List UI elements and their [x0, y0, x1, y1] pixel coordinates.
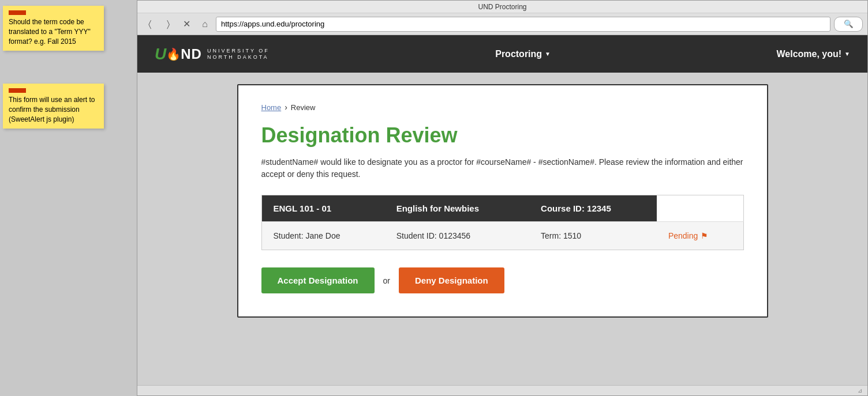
- resize-handle: ⊿: [858, 387, 865, 394]
- logo-subtitle: UNIVERSITY OFNORTH DAKOTA: [207, 48, 270, 61]
- sticky-note-1-text: Should the term code be translated to a …: [9, 18, 91, 46]
- term-cell: Term: 1510: [529, 222, 657, 250]
- breadcrumb-separator: ›: [285, 103, 287, 112]
- close-button[interactable]: ✕: [179, 17, 194, 32]
- breadcrumb-home-link[interactable]: Home: [261, 103, 282, 112]
- proctoring-nav-item[interactable]: Proctoring ▼: [495, 49, 551, 59]
- status-badge: Pending ⚑: [668, 231, 732, 240]
- proctoring-nav-label: Proctoring: [495, 49, 542, 59]
- action-row: Accept Designation or Deny Designation: [261, 267, 744, 293]
- address-bar[interactable]: [216, 17, 830, 32]
- status-cell: Pending ⚑: [657, 222, 743, 250]
- browser-title: UND Proctoring: [478, 3, 526, 11]
- course-header-row: ENGL 101 - 01 English for Newbies Course…: [261, 195, 743, 222]
- browser-statusbar: ⊿: [137, 385, 867, 395]
- sticky-note-2: This form will use an alert to confirm t…: [3, 84, 104, 129]
- content-card: Home › Review Designation Review #studen…: [237, 84, 768, 318]
- flag-icon: ⚑: [701, 231, 708, 240]
- course-table: ENGL 101 - 01 English for Newbies Course…: [261, 195, 744, 250]
- page-title: Designation Review: [261, 123, 744, 148]
- browser-toolbar: 〈 〉 ✕ ⌂ 🔍: [137, 13, 867, 35]
- welcome-label: Welcome, you!: [776, 49, 841, 59]
- or-label: or: [383, 276, 390, 285]
- student-id-cell: Student ID: 0123456: [385, 222, 529, 250]
- course-code-header: ENGL 101 - 01: [261, 195, 385, 222]
- breadcrumb-current: Review: [291, 103, 316, 112]
- browser-content: U 🔥 ND UNIVERSITY OFNORTH DAKOTA Proctor…: [137, 35, 867, 385]
- und-header: U 🔥 ND UNIVERSITY OFNORTH DAKOTA Proctor…: [137, 35, 867, 73]
- status-text: Pending: [668, 231, 698, 240]
- logo-flame: 🔥: [166, 47, 181, 61]
- welcome-dropdown-arrow: ▼: [844, 51, 850, 57]
- student-name-cell: Student: Jane Doe: [261, 222, 385, 250]
- search-button[interactable]: 🔍: [834, 17, 863, 32]
- nav-menu: Proctoring ▼: [495, 49, 551, 59]
- course-data-row: Student: Jane Doe Student ID: 0123456 Te…: [261, 222, 743, 250]
- accept-designation-button[interactable]: Accept Designation: [261, 267, 375, 293]
- page-description: #studentName# would like to designate yo…: [261, 156, 744, 180]
- sticky-note-2-text: This form will use an alert to confirm t…: [9, 96, 95, 123]
- back-button[interactable]: 〈: [142, 17, 157, 32]
- breadcrumb: Home › Review: [261, 103, 744, 112]
- und-logo-text: U 🔥 ND: [155, 45, 202, 63]
- page-content: Home › Review Designation Review #studen…: [137, 73, 867, 385]
- browser-titlebar: UND Proctoring: [137, 1, 867, 13]
- forward-button[interactable]: 〉: [160, 17, 175, 32]
- logo-u: U: [155, 45, 166, 63]
- deny-designation-button[interactable]: Deny Designation: [399, 267, 504, 293]
- sticky-note-1: Should the term code be translated to a …: [3, 6, 104, 51]
- course-name-header: English for Newbies: [385, 195, 529, 222]
- home-button[interactable]: ⌂: [197, 17, 212, 32]
- proctoring-dropdown-arrow: ▼: [545, 51, 551, 57]
- logo-nd: ND: [181, 46, 202, 62]
- und-logo: U 🔥 ND UNIVERSITY OFNORTH DAKOTA: [155, 45, 270, 63]
- browser-window: UND Proctoring 〈 〉 ✕ ⌂ 🔍 U 🔥 ND UNIVERSI…: [137, 0, 868, 396]
- welcome-menu[interactable]: Welcome, you! ▼: [776, 49, 850, 59]
- course-id-header: Course ID: 12345: [529, 195, 657, 222]
